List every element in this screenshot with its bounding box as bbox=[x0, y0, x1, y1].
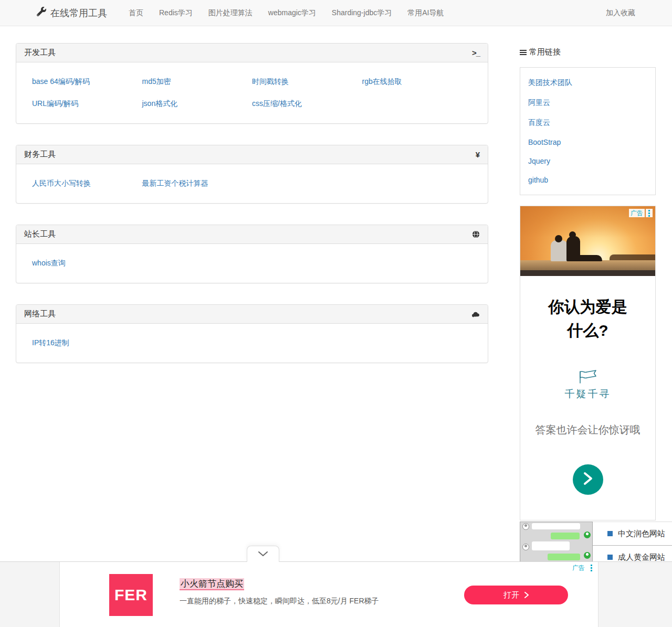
cloud-icon bbox=[471, 311, 480, 317]
list-icon bbox=[520, 50, 527, 55]
side-link-bootstrap[interactable]: BootStrap bbox=[520, 133, 655, 152]
tool-link-ip-to-hex[interactable]: IP转16进制 bbox=[32, 338, 142, 348]
silhouette-man bbox=[551, 240, 568, 261]
ad-badge-label[interactable]: 广告 bbox=[571, 564, 586, 571]
ad-options-dots-icon[interactable] bbox=[588, 564, 595, 571]
nav-menu: 首页 Redis学习 图片处理算法 webmagic学习 Sharding-jd… bbox=[121, 0, 452, 26]
panel-title: 站长工具 bbox=[24, 229, 56, 239]
chevron-right-icon bbox=[583, 472, 593, 487]
square-bullet-icon bbox=[607, 555, 613, 560]
ad-headline-line2: 什么? bbox=[520, 318, 655, 342]
tool-link-timestamp[interactable]: 时间戳转换 bbox=[252, 77, 362, 87]
ad-headline-line1: 你认为爱是 bbox=[520, 295, 655, 318]
collapse-ad-button[interactable] bbox=[247, 546, 279, 562]
ad-card: 广告 你认为爱是 什么? 千疑千寻 答案也许会让你惊讶哦 bbox=[520, 206, 656, 520]
tool-link-whois[interactable]: whois查询 bbox=[32, 259, 142, 268]
chevron-right-icon bbox=[524, 591, 529, 600]
square-bullet-icon bbox=[607, 531, 613, 536]
terminal-icon: >_ bbox=[472, 48, 480, 57]
side-link-aliyun[interactable]: 阿里云 bbox=[520, 93, 655, 113]
panel-webmaster-tools: 站长工具 whois查询 bbox=[16, 225, 488, 283]
nav-item-webmagic[interactable]: webmagic学习 bbox=[260, 8, 324, 18]
side-link-jquery[interactable]: Jquery bbox=[520, 152, 655, 171]
wrench-icon bbox=[37, 7, 46, 19]
side-link-github[interactable]: github bbox=[520, 171, 655, 189]
panel-body: IP转16进制 bbox=[16, 324, 488, 363]
sidebar: 常用链接 美团技术团队 阿里云 百度云 BootStrap Jquery git… bbox=[520, 47, 672, 569]
advertiser-logo[interactable]: FER bbox=[109, 574, 153, 616]
nav-item-sharding-jdbc[interactable]: Sharding-jdbc学习 bbox=[324, 8, 400, 18]
panel-heading: 站长工具 bbox=[16, 225, 488, 244]
bottom-ad-title[interactable]: 小火箭节点购买 bbox=[180, 578, 244, 590]
navbar: 在线常用工具 首页 Redis学习 图片处理算法 webmagic学习 Shar… bbox=[0, 0, 672, 26]
ad-subtext: 答案也许会让你惊讶哦 bbox=[520, 423, 655, 437]
panel-heading: 网络工具 bbox=[16, 305, 488, 324]
flag-doodle-icon bbox=[576, 377, 600, 386]
chevron-down-icon bbox=[258, 549, 268, 559]
ad-link-polish-site[interactable]: 中文润色网站 bbox=[593, 522, 672, 546]
bottom-ad-content: 广告 FER 小火箭节点购买 一直能用的梯子，快速稳定，瞬间即达，低至8元/月 … bbox=[59, 562, 598, 627]
panel-body: whois查询 bbox=[16, 244, 488, 283]
side-link-baiduyun[interactable]: 百度云 bbox=[520, 113, 655, 133]
nav-item-redis[interactable]: Redis学习 bbox=[151, 8, 201, 18]
tool-link-css-format[interactable]: css压缩/格式化 bbox=[252, 99, 362, 109]
panel-title: 开发工具 bbox=[24, 48, 56, 58]
yen-icon: ¥ bbox=[476, 150, 480, 159]
nav-item-home[interactable]: 首页 bbox=[121, 8, 151, 18]
ad-info-badge: 广告 bbox=[629, 209, 653, 217]
brand-label: 在线常用工具 bbox=[50, 7, 107, 19]
tool-link-rmb-convert[interactable]: 人民币大小写转换 bbox=[32, 179, 142, 188]
ad-headline: 你认为爱是 什么? bbox=[520, 295, 655, 342]
nav-item-image-algo[interactable]: 图片处理算法 bbox=[201, 8, 260, 18]
main-content: 开发工具 >_ base 64编码/解码 md5加密 时间戳转换 rgb在线拾取… bbox=[16, 43, 488, 384]
tool-link-base64[interactable]: base 64编码/解码 bbox=[32, 77, 142, 87]
common-links-box: 美团技术团队 阿里云 百度云 BootStrap Jquery github bbox=[520, 67, 656, 195]
tool-link-tax-calculator[interactable]: 最新工资个税计算器 bbox=[142, 179, 253, 188]
panel-finance-tools: 财务工具 ¥ 人民币大小写转换 最新工资个税计算器 bbox=[16, 145, 488, 204]
tool-link-md5[interactable]: md5加密 bbox=[142, 77, 253, 87]
ad-info-badge: 广告 bbox=[571, 564, 595, 571]
ad-image-sunset-couple[interactable]: 广告 bbox=[520, 206, 655, 276]
open-ad-button[interactable]: 打开 bbox=[464, 586, 568, 604]
ad-badge-label[interactable]: 广告 bbox=[629, 209, 645, 217]
sidebar-title-label: 常用链接 bbox=[529, 47, 561, 57]
panel-network-tools: 网络工具 IP转16进制 bbox=[16, 304, 488, 363]
ad-options-dots-icon[interactable] bbox=[646, 209, 653, 217]
panel-body: 人民币大小写转换 最新工资个税计算器 bbox=[16, 164, 488, 203]
ad-next-button[interactable] bbox=[573, 464, 603, 495]
panel-heading: 开发工具 >_ bbox=[16, 44, 488, 62]
panel-heading: 财务工具 ¥ bbox=[16, 145, 488, 164]
bottom-ad-description: 一直能用的梯子，快速稳定，瞬间即达，低至8元/月 FER梯子 bbox=[180, 597, 379, 606]
panel-title: 财务工具 bbox=[24, 150, 56, 160]
side-link-meituan[interactable]: 美团技术团队 bbox=[520, 73, 655, 93]
sidebar-title: 常用链接 bbox=[520, 47, 672, 57]
brand[interactable]: 在线常用工具 bbox=[37, 7, 107, 19]
tool-link-url-encode[interactable]: URL编码/解码 bbox=[32, 99, 142, 109]
tool-link-rgb-picker[interactable]: rgb在线拾取 bbox=[362, 77, 472, 87]
panel-body: base 64编码/解码 md5加密 时间戳转换 rgb在线拾取 URL编码/解… bbox=[16, 62, 488, 123]
panel-dev-tools: 开发工具 >_ base 64编码/解码 md5加密 时间戳转换 rgb在线拾取… bbox=[16, 43, 488, 124]
ad-advertiser-logo: 千疑千寻 bbox=[520, 369, 655, 401]
ad-advertiser-name: 千疑千寻 bbox=[520, 387, 655, 401]
add-favorite-link[interactable]: 加入收藏 bbox=[606, 8, 635, 18]
tool-link-json-format[interactable]: json格式化 bbox=[142, 99, 253, 109]
bottom-ad-bar: 广告 FER 小火箭节点购买 一直能用的梯子，快速稳定，瞬间即达，低至8元/月 … bbox=[0, 561, 672, 627]
panel-title: 网络工具 bbox=[24, 309, 56, 319]
nav-item-ai-nav[interactable]: 常用AI导航 bbox=[400, 8, 452, 18]
globe-icon bbox=[472, 230, 480, 238]
